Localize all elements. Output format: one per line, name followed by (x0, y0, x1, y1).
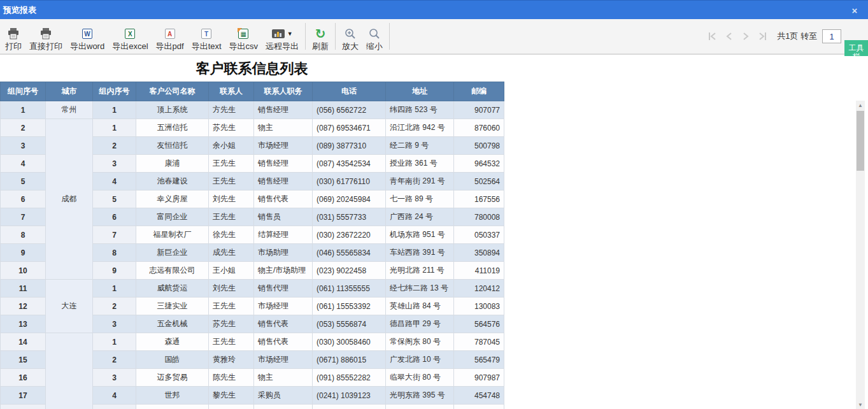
cell: 方先生 (209, 101, 254, 119)
cell: 王先生 (209, 298, 254, 315)
cell: 14 (1, 333, 46, 351)
column-header: 邮编 (454, 82, 504, 101)
cell: 5 (1, 173, 46, 190)
cell: 王先生 (209, 173, 254, 190)
next-page-icon[interactable] (737, 28, 754, 45)
prev-page-icon[interactable] (721, 28, 737, 45)
cell: 411019 (454, 262, 504, 280)
cell: 1 (93, 280, 136, 298)
cell: 050337 (454, 226, 504, 244)
cell: 志远有限公司 (136, 262, 209, 280)
toolbar-separator (335, 23, 336, 50)
cell: 王先生 (209, 155, 254, 173)
cell: (061) 15553392 (313, 298, 386, 315)
cell: 167556 (454, 190, 504, 208)
city-cell (46, 333, 93, 409)
cell: 12 (1, 298, 46, 315)
cell: 市场经理 (254, 351, 313, 369)
cell: (046) 55565834 (313, 244, 386, 262)
cell: 威航货运 (136, 280, 209, 298)
cell: 1 (93, 101, 136, 119)
cell: 机场东路 951 号 (386, 226, 454, 244)
cell: 3 (93, 155, 136, 173)
cell: (030) 23672220 (313, 226, 386, 244)
column-header: 电话 (313, 82, 386, 101)
cell: 国皓 (136, 351, 209, 369)
column-header: 联系人 (209, 82, 254, 101)
cell (93, 405, 136, 409)
table-row[interactable]: 11大连1威航货运刘先生销售代理(061) 11355555经七纬二路 13 号… (1, 280, 504, 298)
print-button[interactable]: 打印 (1, 19, 25, 54)
cell: 876060 (454, 119, 504, 137)
cell: 15 (1, 351, 46, 369)
cell: 780008 (454, 208, 504, 226)
export-excel-button[interactable]: X导出excel (108, 19, 152, 54)
table-row[interactable]: 2成都1五洲信托苏先生物主(087) 69534671沿江北路 942 号876… (1, 119, 504, 137)
scroll-up-icon[interactable]: ▲ (856, 101, 865, 110)
cell: 350894 (454, 244, 504, 262)
page-number-input[interactable] (822, 29, 841, 43)
page-total-label: 共1页 转至 (777, 31, 817, 42)
cell: 黄雅玲 (209, 351, 254, 369)
cell: 迈多贸易 (136, 369, 209, 387)
cell: 502564 (454, 173, 504, 190)
cell: 临翠大街 80 号 (386, 369, 454, 387)
toolbar: 打印直接打印W导出wordX导出excelA导出pdfT导出text▦导出csv… (0, 19, 868, 55)
cell: 世邦 (136, 387, 209, 405)
cell: 池春建设 (136, 173, 209, 190)
table-row[interactable]: 141森通王先生销售代表(030) 30058460常保阁东 80 号78704… (1, 333, 504, 351)
cell: (031) 5557733 (313, 208, 386, 226)
cell: 英雄山路 84 号 (386, 298, 454, 315)
cell (209, 405, 254, 409)
report-page: 客户联系信息列表 组间序号城市组内序号客户公司名称联系人联系人职务电话地址邮编1… (0, 56, 868, 409)
cell: 经二路 9 号 (386, 137, 454, 155)
cell: (023) 9022458 (313, 262, 386, 280)
cell: 3 (1, 137, 46, 155)
cell: 王先生 (209, 333, 254, 351)
cell: (091) 85552282 (313, 369, 386, 387)
zoom-out-button[interactable]: 缩小 (362, 19, 387, 54)
cell: 3 (93, 369, 136, 387)
cell: 市场助理 (254, 244, 313, 262)
scroll-down-icon[interactable]: ▼ (856, 400, 865, 409)
export-word-button[interactable]: W导出word (66, 19, 108, 54)
zoom-in-button[interactable]: 放大 (338, 19, 362, 54)
cell: 康浦 (136, 155, 209, 173)
cell: 物主 (254, 119, 313, 137)
refresh-icon: ↻ (315, 28, 326, 39)
scrollbar-thumb[interactable] (857, 111, 864, 171)
cell: 销售代表 (254, 190, 313, 208)
table-row[interactable]: 1常州1顶上系统方先生销售经理(056) 6562722纬四路 523 号907… (1, 101, 504, 119)
cell: (030) 30058460 (313, 333, 386, 351)
export-pdf-button[interactable]: A导出pdf (152, 19, 188, 54)
vertical-scrollbar[interactable]: ▲ ▼ (856, 101, 865, 409)
cell: 销售经理 (254, 101, 313, 119)
cell: 8 (1, 226, 46, 244)
chevron-down-icon: ▼ (287, 31, 293, 37)
zoom-in-icon (345, 28, 356, 39)
cell: 幸义房屋 (136, 190, 209, 208)
cell: 销售代理 (254, 280, 313, 298)
cell: 454748 (454, 387, 504, 405)
cell (136, 405, 209, 409)
column-header: 组内序号 (93, 82, 136, 101)
export-csv-button[interactable]: ▦导出csv (225, 19, 262, 54)
close-icon[interactable]: × (846, 1, 863, 20)
cell: 销售员 (254, 208, 313, 226)
cell: 2 (93, 298, 136, 315)
cell (1, 405, 46, 409)
export-text-button[interactable]: T导出text (188, 19, 225, 54)
refresh-button[interactable]: ↻刷新 (308, 19, 332, 54)
cell: 564576 (454, 315, 504, 333)
cell: 销售代表 (254, 333, 313, 351)
column-header: 地址 (386, 82, 454, 101)
cell: 11 (1, 280, 46, 298)
cell: 光明东路 395 号 (386, 387, 454, 405)
direct-print-button[interactable]: 直接打印 (25, 19, 66, 54)
last-page-icon[interactable] (754, 28, 771, 45)
cell: (087) 69534671 (313, 119, 386, 137)
remote-export-button[interactable]: ▼远程导出 (262, 19, 302, 54)
cell: 9 (1, 244, 46, 262)
cell: 4 (93, 173, 136, 190)
first-page-icon[interactable] (704, 28, 721, 45)
